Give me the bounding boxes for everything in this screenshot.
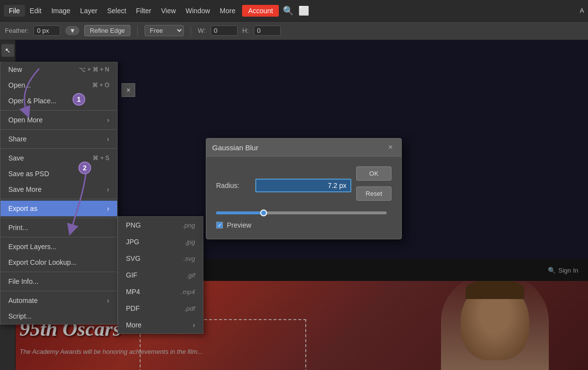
menu-item-automate[interactable]: Automate › <box>0 293 117 308</box>
menu-sep-4 <box>0 199 117 199</box>
preview-row: ✓ Preview <box>216 221 392 229</box>
w-label: W: <box>198 27 206 34</box>
fullscreen-icon[interactable]: ⬜ <box>298 5 309 16</box>
menu-more[interactable]: More <box>215 5 241 17</box>
menu-sep-3 <box>0 148 117 149</box>
slider-thumb[interactable] <box>260 209 267 216</box>
menu-item-new[interactable]: New ⌥ + ⌘ + N <box>0 62 117 77</box>
menu-select[interactable]: Select <box>102 5 131 17</box>
dialog-buttons: OK Reset <box>356 166 392 205</box>
preview-label: Preview <box>227 221 251 229</box>
w-value[interactable]: 0 <box>211 25 238 36</box>
export-jpg[interactable]: JPG .jpg <box>118 233 203 250</box>
menu-sep-5 <box>0 218 117 218</box>
menubar: File Edit Image Layer Select Filter View… <box>0 0 588 22</box>
ok-button[interactable]: OK <box>356 166 392 181</box>
menubar-right-label: A <box>580 7 584 14</box>
export-more[interactable]: More › <box>118 317 203 333</box>
menu-item-export-layers[interactable]: Export Layers... <box>0 239 117 254</box>
menu-item-save-more[interactable]: Save More › <box>0 182 117 197</box>
radius-label: Radius: <box>216 182 255 189</box>
refine-edge-button[interactable]: Refine Edge <box>84 25 130 36</box>
dialog-titlebar: Gaussian Blur × <box>206 139 401 157</box>
menu-view[interactable]: View <box>156 5 181 17</box>
main-area: Channels ((●)) On Air My Library Extras … <box>0 40 588 370</box>
toolbar-separator-2 <box>191 26 191 36</box>
preview-checkbox[interactable]: ✓ <box>216 222 223 229</box>
radius-row: Radius: OK Reset <box>216 166 392 205</box>
export-png[interactable]: PNG .png <box>118 217 203 233</box>
menu-file[interactable]: File <box>4 5 25 17</box>
menu-sep-8 <box>0 291 117 291</box>
menu-item-open-more[interactable]: Open More › <box>0 112 117 128</box>
export-gif[interactable]: GIF .gif <box>118 267 203 283</box>
search-icon[interactable]: 🔍 <box>283 5 294 16</box>
menu-sep-1 <box>0 110 117 111</box>
h-value[interactable]: 0 <box>254 25 281 36</box>
menu-item-export-color-lookup[interactable]: Export Color Lookup... <box>0 254 117 270</box>
dialog-title: Gaussian Blur <box>212 143 258 152</box>
menu-item-file-info[interactable]: File Info... <box>0 274 117 289</box>
menu-item-save[interactable]: Save ⌘ + S <box>0 150 117 166</box>
gaussian-blur-dialog: Gaussian Blur × Radius: OK Reset ✓ Pre <box>206 138 402 239</box>
menu-item-open-place[interactable]: Open & Place... <box>0 93 117 109</box>
tool-select[interactable]: ↖ <box>1 44 14 57</box>
feather-dropdown[interactable]: ▼ <box>65 26 79 35</box>
panel-close-button[interactable]: × <box>122 83 135 97</box>
menu-item-open[interactable]: Open... ⌘ + O <box>0 77 117 93</box>
menu-item-print[interactable]: Print... <box>0 220 117 235</box>
automate-arrow: › <box>107 297 109 304</box>
menu-image[interactable]: Image <box>47 5 75 17</box>
h-label: H: <box>243 27 249 34</box>
radius-input[interactable] <box>255 179 351 192</box>
menu-sep-6 <box>0 237 117 237</box>
menu-filter[interactable]: Filter <box>131 5 156 17</box>
menu-account[interactable]: Account <box>242 5 279 17</box>
toolbar-separator <box>137 26 138 36</box>
export-svg[interactable]: SVG .svg <box>118 250 203 267</box>
menu-item-share[interactable]: Share › <box>0 131 117 147</box>
save-more-arrow: › <box>107 185 109 193</box>
menu-item-script[interactable]: Script... <box>0 308 117 324</box>
menu-item-save-psd[interactable]: Save as PSD <box>0 166 117 182</box>
share-arrow: › <box>107 135 109 143</box>
menu-sep-7 <box>0 272 117 272</box>
dialog-body: Radius: OK Reset ✓ Preview <box>206 157 401 239</box>
export-submenu: PNG .png JPG .jpg SVG .svg GIF .gif MP4 … <box>118 216 203 334</box>
radius-slider[interactable] <box>216 211 387 214</box>
export-pdf[interactable]: PDF .pdf <box>118 300 203 317</box>
menubar-icons: 🔍 ⬜ <box>283 5 309 16</box>
toolbar: Feather: 0 px ▼ Refine Edge Free W: 0 H:… <box>0 22 588 40</box>
open-more-arrow: › <box>107 116 109 124</box>
menu-item-export-as[interactable]: Export as › <box>0 201 117 216</box>
file-menu: New ⌥ + ⌘ + N Open... ⌘ + O Open & Place… <box>0 62 118 324</box>
export-as-arrow: › <box>107 205 109 212</box>
menu-sep-2 <box>0 129 117 130</box>
menu-window[interactable]: Window <box>181 5 215 17</box>
dialog-close-button[interactable]: × <box>386 142 395 152</box>
reset-button[interactable]: Reset <box>356 186 392 201</box>
mode-select[interactable]: Free <box>145 25 184 36</box>
slider-fill <box>216 211 264 214</box>
feather-value[interactable]: 0 px <box>33 25 60 36</box>
export-mp4[interactable]: MP4 .mp4 <box>118 283 203 300</box>
menu-layer[interactable]: Layer <box>75 5 102 17</box>
more-arrow: › <box>193 321 195 329</box>
slider-row <box>216 211 392 214</box>
feather-label: Feather: <box>5 27 28 34</box>
menu-edit[interactable]: Edit <box>25 5 47 17</box>
